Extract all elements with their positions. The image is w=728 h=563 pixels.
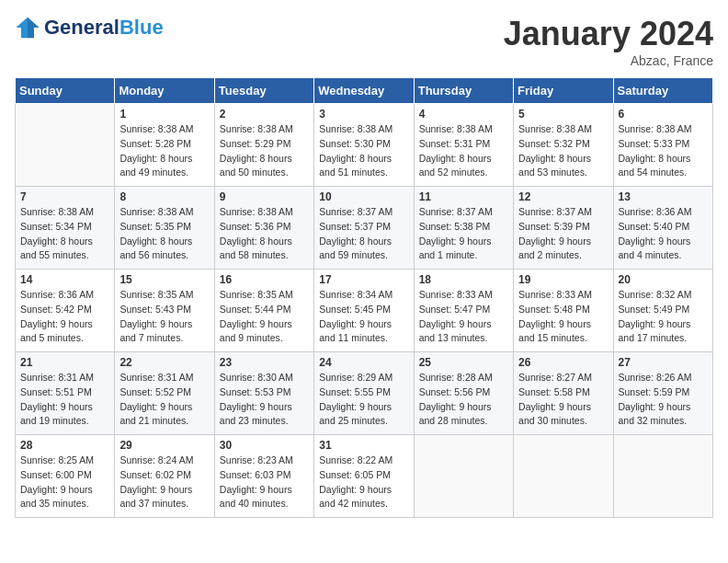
day-info: Sunrise: 8:36 AM Sunset: 5:40 PM Dayligh… bbox=[619, 205, 708, 263]
sunrise-text: Sunrise: 8:38 AM bbox=[220, 123, 293, 134]
daylight-text: Daylight: 9 hours and 37 minutes. bbox=[119, 484, 192, 510]
daylight-text: Daylight: 8 hours and 51 minutes. bbox=[319, 153, 392, 178]
calendar-cell bbox=[514, 435, 613, 518]
daylight-text: Daylight: 8 hours and 49 minutes. bbox=[119, 153, 192, 178]
header-wednesday: Wednesday bbox=[314, 78, 414, 104]
calendar-cell: 31 Sunrise: 8:22 AM Sunset: 6:05 PM Dayl… bbox=[314, 435, 414, 518]
day-number: 9 bbox=[220, 190, 309, 203]
day-number: 19 bbox=[518, 273, 608, 286]
sunset-text: Sunset: 6:03 PM bbox=[220, 469, 291, 480]
sunset-text: Sunset: 5:58 PM bbox=[518, 386, 590, 397]
sunrise-text: Sunrise: 8:38 AM bbox=[20, 206, 94, 217]
day-number: 3 bbox=[319, 108, 408, 121]
day-number: 23 bbox=[220, 356, 309, 369]
calendar-cell: 13 Sunrise: 8:36 AM Sunset: 5:40 PM Dayl… bbox=[613, 187, 712, 270]
daylight-text: Daylight: 9 hours and 13 minutes. bbox=[419, 318, 492, 344]
daylight-text: Daylight: 9 hours and 21 minutes. bbox=[119, 401, 192, 427]
day-info: Sunrise: 8:34 AM Sunset: 5:45 PM Dayligh… bbox=[319, 288, 408, 346]
weekday-header-row: Sunday Monday Tuesday Wednesday Thursday… bbox=[16, 78, 713, 104]
calendar-cell: 1 Sunrise: 8:38 AM Sunset: 5:28 PM Dayli… bbox=[115, 104, 214, 187]
calendar-cell: 30 Sunrise: 8:23 AM Sunset: 6:03 PM Dayl… bbox=[214, 435, 313, 518]
sunset-text: Sunset: 5:48 PM bbox=[518, 304, 590, 315]
day-number: 14 bbox=[20, 273, 109, 286]
day-info: Sunrise: 8:38 AM Sunset: 5:31 PM Dayligh… bbox=[419, 122, 508, 180]
day-number: 31 bbox=[319, 439, 408, 452]
location-subtitle: Abzac, France bbox=[504, 53, 713, 68]
day-info: Sunrise: 8:23 AM Sunset: 6:03 PM Dayligh… bbox=[220, 454, 309, 511]
calendar-cell bbox=[613, 435, 712, 518]
header-friday: Friday bbox=[514, 78, 613, 104]
day-info: Sunrise: 8:38 AM Sunset: 5:29 PM Dayligh… bbox=[220, 122, 309, 180]
daylight-text: Daylight: 8 hours and 59 minutes. bbox=[319, 236, 392, 261]
sunset-text: Sunset: 5:40 PM bbox=[619, 221, 690, 232]
sunrise-text: Sunrise: 8:24 AM bbox=[119, 454, 193, 465]
day-number: 4 bbox=[419, 108, 508, 121]
day-info: Sunrise: 8:38 AM Sunset: 5:35 PM Dayligh… bbox=[119, 205, 209, 263]
sunset-text: Sunset: 5:47 PM bbox=[419, 304, 491, 315]
sunrise-text: Sunrise: 8:26 AM bbox=[619, 372, 692, 383]
sunrise-text: Sunrise: 8:32 AM bbox=[619, 289, 692, 300]
daylight-text: Daylight: 9 hours and 4 minutes. bbox=[619, 236, 691, 261]
day-number: 8 bbox=[119, 190, 209, 203]
sunset-text: Sunset: 5:36 PM bbox=[220, 221, 291, 232]
day-info: Sunrise: 8:38 AM Sunset: 5:28 PM Dayligh… bbox=[119, 122, 209, 180]
daylight-text: Daylight: 8 hours and 56 minutes. bbox=[119, 236, 192, 261]
header-thursday: Thursday bbox=[414, 78, 513, 104]
sunset-text: Sunset: 6:05 PM bbox=[319, 469, 391, 480]
daylight-text: Daylight: 9 hours and 19 minutes. bbox=[20, 401, 93, 427]
day-info: Sunrise: 8:37 AM Sunset: 5:38 PM Dayligh… bbox=[419, 205, 508, 263]
calendar-cell: 18 Sunrise: 8:33 AM Sunset: 5:47 PM Dayl… bbox=[414, 270, 513, 352]
day-number: 27 bbox=[619, 356, 708, 369]
day-info: Sunrise: 8:38 AM Sunset: 5:32 PM Dayligh… bbox=[518, 122, 608, 180]
daylight-text: Daylight: 9 hours and 17 minutes. bbox=[619, 318, 691, 344]
week-row-3: 14 Sunrise: 8:36 AM Sunset: 5:42 PM Dayl… bbox=[16, 270, 713, 352]
sunset-text: Sunset: 5:49 PM bbox=[619, 304, 690, 315]
day-number: 29 bbox=[119, 439, 209, 452]
daylight-text: Daylight: 8 hours and 55 minutes. bbox=[20, 236, 93, 261]
daylight-text: Daylight: 9 hours and 40 minutes. bbox=[220, 484, 292, 510]
sunset-text: Sunset: 5:33 PM bbox=[619, 138, 690, 149]
logo-container: GeneralBlue bbox=[15, 15, 164, 40]
calendar-cell bbox=[414, 435, 513, 518]
day-number: 30 bbox=[220, 439, 309, 452]
calendar-cell: 20 Sunrise: 8:32 AM Sunset: 5:49 PM Dayl… bbox=[613, 270, 712, 352]
sunset-text: Sunset: 6:02 PM bbox=[119, 469, 191, 480]
calendar-cell: 29 Sunrise: 8:24 AM Sunset: 6:02 PM Dayl… bbox=[115, 435, 214, 518]
header-saturday: Saturday bbox=[613, 78, 712, 104]
daylight-text: Daylight: 9 hours and 42 minutes. bbox=[319, 484, 392, 510]
week-row-1: 1 Sunrise: 8:38 AM Sunset: 5:28 PM Dayli… bbox=[16, 104, 713, 187]
daylight-text: Daylight: 9 hours and 23 minutes. bbox=[220, 401, 292, 427]
day-number: 26 bbox=[518, 356, 608, 369]
day-info: Sunrise: 8:38 AM Sunset: 5:30 PM Dayligh… bbox=[319, 122, 408, 180]
sunrise-text: Sunrise: 8:33 AM bbox=[518, 289, 592, 300]
sunrise-text: Sunrise: 8:30 AM bbox=[220, 372, 293, 383]
sunset-text: Sunset: 5:31 PM bbox=[419, 138, 491, 149]
sunset-text: Sunset: 5:44 PM bbox=[220, 304, 291, 315]
sunrise-text: Sunrise: 8:38 AM bbox=[220, 206, 293, 217]
day-number: 10 bbox=[319, 190, 408, 203]
calendar-cell: 16 Sunrise: 8:35 AM Sunset: 5:44 PM Dayl… bbox=[214, 270, 313, 352]
day-number: 28 bbox=[20, 439, 109, 452]
daylight-text: Daylight: 9 hours and 5 minutes. bbox=[20, 318, 93, 344]
calendar-table: Sunday Monday Tuesday Wednesday Thursday… bbox=[15, 77, 713, 518]
sunrise-text: Sunrise: 8:35 AM bbox=[220, 289, 293, 300]
day-info: Sunrise: 8:33 AM Sunset: 5:47 PM Dayligh… bbox=[419, 288, 508, 346]
sunset-text: Sunset: 5:45 PM bbox=[319, 304, 391, 315]
calendar-cell: 22 Sunrise: 8:31 AM Sunset: 5:52 PM Dayl… bbox=[115, 352, 214, 435]
day-number: 24 bbox=[319, 356, 408, 369]
sunrise-text: Sunrise: 8:38 AM bbox=[619, 123, 692, 134]
day-info: Sunrise: 8:38 AM Sunset: 5:33 PM Dayligh… bbox=[619, 122, 708, 180]
title-area: January 2024 Abzac, France bbox=[504, 15, 713, 68]
daylight-text: Daylight: 9 hours and 35 minutes. bbox=[20, 484, 93, 510]
calendar-cell: 11 Sunrise: 8:37 AM Sunset: 5:38 PM Dayl… bbox=[414, 187, 513, 270]
sunrise-text: Sunrise: 8:31 AM bbox=[20, 372, 94, 383]
sunset-text: Sunset: 5:59 PM bbox=[619, 386, 690, 397]
day-info: Sunrise: 8:36 AM Sunset: 5:42 PM Dayligh… bbox=[20, 288, 109, 346]
day-number: 15 bbox=[119, 273, 209, 286]
calendar-cell bbox=[16, 104, 115, 187]
sunset-text: Sunset: 6:00 PM bbox=[20, 469, 92, 480]
day-info: Sunrise: 8:30 AM Sunset: 5:53 PM Dayligh… bbox=[220, 371, 309, 429]
daylight-text: Daylight: 9 hours and 28 minutes. bbox=[419, 401, 492, 427]
day-info: Sunrise: 8:37 AM Sunset: 5:37 PM Dayligh… bbox=[319, 205, 408, 263]
month-title: January 2024 bbox=[504, 15, 713, 53]
